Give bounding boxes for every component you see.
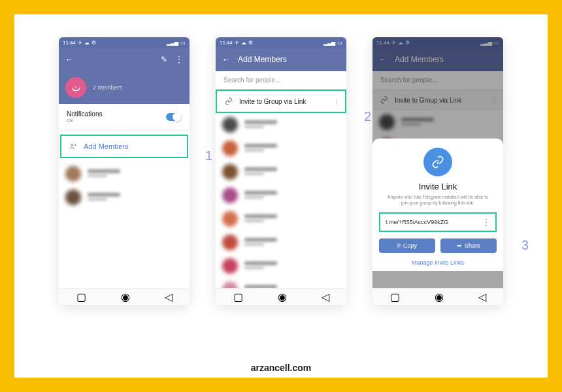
back-nav-icon[interactable]: ◁ <box>322 291 329 303</box>
telegram-icon: ✈ <box>235 40 239 46</box>
contact-row[interactable] <box>216 207 346 231</box>
copy-label: Copy <box>403 242 417 249</box>
back-icon[interactable]: ← <box>222 55 230 64</box>
contact-row[interactable] <box>216 137 346 160</box>
signal-icon: ▂▃▅ <box>167 40 178 46</box>
cloud-icon: ☁ <box>84 40 90 46</box>
app-bar: ← Add Members <box>216 48 346 71</box>
contacts-list <box>216 113 346 288</box>
invite-link-text: t.me/+R55iAcccV99kZG <box>386 219 448 225</box>
home-icon[interactable]: ◉ <box>278 291 287 303</box>
share-button[interactable]: ➦ Share <box>440 238 497 253</box>
contact-row[interactable] <box>216 231 346 254</box>
add-person-icon <box>69 142 77 150</box>
status-bar: 11:44 ✈ ☁ ⚙ ▂▃▅ ▭ <box>59 37 190 48</box>
back-nav-icon[interactable]: ◁ <box>165 291 173 303</box>
notifications-row[interactable]: Notifications On <box>59 104 190 131</box>
add-members-label: Add Members <box>84 142 128 150</box>
sheet-description: Anyone who has Telegram installed will b… <box>379 194 497 206</box>
recent-apps-icon[interactable]: ▢ <box>76 291 86 303</box>
contact-text <box>244 144 340 153</box>
step-number-3: 3 <box>521 238 529 253</box>
home-icon[interactable]: ◉ <box>435 291 444 303</box>
home-icon[interactable]: ◉ <box>121 291 130 303</box>
android-nav-bar: ▢ ◉ ◁ <box>216 288 346 305</box>
contact-row[interactable] <box>216 278 346 288</box>
status-time: 11:44 <box>220 40 233 46</box>
group-avatar[interactable]: ٺ <box>65 77 86 98</box>
sheet-title: Invite Link <box>419 182 457 191</box>
add-members-button[interactable]: Add Members <box>60 135 188 158</box>
contact-row[interactable] <box>216 184 346 207</box>
more-icon[interactable]: ⋮ <box>175 55 183 64</box>
contact-avatar <box>222 282 238 288</box>
contact-text <box>244 120 340 129</box>
telegram-icon: ✈ <box>78 40 82 46</box>
contact-text <box>244 238 340 247</box>
phone-screenshot-2: 11:44 ✈ ☁ ⚙ ▂▃▅ ▭ ← Add Members Search f… <box>216 37 346 305</box>
manage-invite-links[interactable]: Manage Invite Links <box>412 259 464 266</box>
link-icon <box>225 97 233 105</box>
search-input[interactable]: Search for people... <box>216 71 346 90</box>
contact-text <box>244 261 340 270</box>
search-placeholder: Search for people... <box>223 76 280 84</box>
footer-brand: arzancell.com <box>14 358 548 378</box>
contact-text <box>244 191 340 200</box>
contact-avatar <box>65 189 81 205</box>
invite-link-sheet: Invite Link Anyone who has Telegram inst… <box>372 139 503 271</box>
battery-icon: ▭ <box>180 40 186 46</box>
share-icon: ➦ <box>457 242 462 249</box>
notifications-toggle[interactable] <box>166 113 182 121</box>
contact-avatar <box>222 211 238 227</box>
back-icon[interactable]: ← <box>65 55 73 64</box>
status-bar: 11:44 ✈ ☁ ⚙ ▂▃▅ ▭ <box>216 37 346 48</box>
cloud-icon: ☁ <box>241 40 246 46</box>
group-header: ٺ 2 members <box>59 71 190 104</box>
contact-text <box>244 167 340 176</box>
signal-icon: ▂▃▅ <box>323 40 335 46</box>
back-nav-icon[interactable]: ◁ <box>478 291 486 303</box>
contact-row[interactable] <box>216 160 346 184</box>
contact-text <box>88 193 183 202</box>
contact-row[interactable] <box>216 254 346 278</box>
battery-icon: ▭ <box>337 40 342 46</box>
recent-apps-icon[interactable]: ▢ <box>233 291 243 303</box>
phone-screenshot-1: 11:44 ✈ ☁ ⚙ ▂▃▅ ▭ ← ✎ ⋮ ٺ 2 members <box>59 37 190 305</box>
screen-title: Add Members <box>238 55 287 64</box>
recent-apps-icon[interactable]: ▢ <box>390 291 400 303</box>
contact-avatar <box>222 258 238 274</box>
invite-via-link-button[interactable]: Invite to Group via Link | <box>216 90 346 113</box>
contact-text <box>88 169 183 178</box>
contact-avatar <box>222 140 238 156</box>
phones-row: 11:44 ✈ ☁ ⚙ ▂▃▅ ▭ ← ✎ ⋮ ٺ 2 members <box>14 14 548 358</box>
members-list <box>59 162 190 288</box>
notifications-label: Notifications <box>67 110 102 118</box>
android-nav-bar: ▢ ◉ ◁ <box>59 288 190 305</box>
contact-row[interactable] <box>59 186 190 209</box>
app-bar: ← ✎ ⋮ <box>59 48 190 71</box>
edit-icon[interactable]: ✎ <box>161 55 167 64</box>
contact-row[interactable] <box>216 113 346 137</box>
svg-point-0 <box>71 144 73 146</box>
copy-icon: ⎘ <box>397 242 401 249</box>
android-nav-bar: ▢ ◉ ◁ <box>372 288 503 305</box>
gear-icon: ⚙ <box>91 40 96 46</box>
contact-text <box>244 214 340 223</box>
contact-row[interactable] <box>59 162 190 186</box>
gear-icon: ⚙ <box>248 40 253 46</box>
link-options-icon[interactable]: ⋮ <box>482 218 490 227</box>
tutorial-frame: 11:44 ✈ ☁ ⚙ ▂▃▅ ▭ ← ✎ ⋮ ٺ 2 members <box>0 0 562 392</box>
contact-avatar <box>222 164 238 180</box>
contact-avatar <box>65 166 81 182</box>
contact-avatar <box>222 188 238 203</box>
group-members-count: 2 members <box>93 84 122 91</box>
status-time: 11:44 <box>63 40 76 46</box>
phone-screenshot-3: 11:44 ✈ ☁ ⚙ ▂▃▅ ▭ ← Add Members Search f… <box>372 37 503 305</box>
invite-via-link-label: Invite to Group via Link <box>239 98 306 105</box>
copy-button[interactable]: ⎘ Copy <box>379 238 435 253</box>
invite-link-field[interactable]: t.me/+R55iAcccV99kZG ⋮ <box>379 212 497 232</box>
share-label: Share <box>465 242 480 249</box>
contact-avatar <box>222 117 238 133</box>
step-number-2: 2 <box>364 109 371 124</box>
step-number-1: 1 <box>205 148 212 163</box>
